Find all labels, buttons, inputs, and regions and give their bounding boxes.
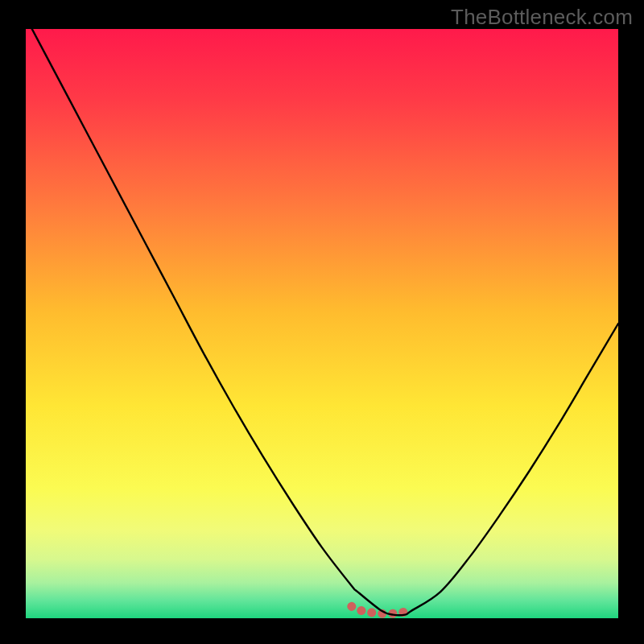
watermark-text: TheBottleneck.com xyxy=(451,5,633,30)
plot-area xyxy=(26,29,618,618)
plot-svg xyxy=(26,29,618,618)
chart-frame: TheBottleneck.com xyxy=(0,0,644,644)
plot-background xyxy=(26,29,618,618)
